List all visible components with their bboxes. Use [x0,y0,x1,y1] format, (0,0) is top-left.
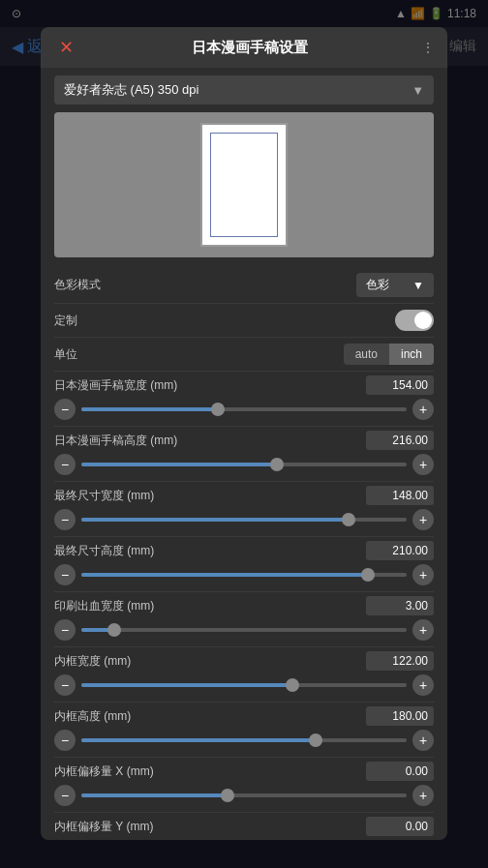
color-mode-select[interactable]: 色彩 ▼ [356,273,434,297]
header-actions: ⋮ [422,41,434,54]
inner-width-row: 内框宽度 (mm) − + [54,647,434,703]
final-width-thumb[interactable] [342,513,355,526]
final-height-input[interactable] [366,541,434,560]
final-height-increase[interactable]: + [412,564,434,585]
manga-height-slider-controls: − + [54,454,434,475]
page-preview [200,123,288,247]
manga-width-decrease[interactable]: − [54,399,76,420]
bleed-row: 印刷出血宽度 (mm) − + [54,592,434,647]
final-height-decrease[interactable]: − [54,564,76,585]
color-mode-value: 色彩 [366,277,389,293]
manga-width-slider-controls: − + [54,399,434,420]
bleed-thumb[interactable] [107,623,121,637]
preset-select[interactable]: 爱好者杂志 (A5) 350 dpi ▼ [54,75,434,105]
bleed-label: 印刷出血宽度 (mm) [54,598,366,614]
manga-width-increase[interactable]: + [412,399,434,420]
final-height-label-row: 最终尺寸高度 (mm) [54,541,434,560]
more-icon[interactable]: ⋮ [422,41,434,54]
manga-width-label-row: 日本漫画手稿宽度 (mm) [54,375,434,395]
unit-selector: auto inch [344,344,434,365]
bleed-input[interactable] [366,596,434,615]
offset-y-label-row: 内框偏移量 Y (mm) [54,817,434,836]
unit-row: 单位 auto inch [54,338,434,372]
dialog: ✕ 日本漫画手稿设置 ⋮ 爱好者杂志 (A5) 350 dpi ▼ 色彩模式 [41,27,447,840]
final-width-fill [81,518,349,522]
offset-x-increase[interactable]: + [412,785,434,806]
bleed-decrease[interactable]: − [54,619,76,641]
inner-width-increase[interactable]: + [412,674,434,696]
final-height-row: 最终尺寸高度 (mm) − + [54,537,434,592]
inner-height-track[interactable] [81,738,407,742]
offset-x-label-row: 内框偏移量 X (mm) [54,762,434,781]
offset-x-thumb[interactable] [221,789,234,802]
manga-width-track[interactable] [81,407,407,411]
unit-inch-button[interactable]: inch [389,344,434,365]
manga-width-thumb[interactable] [211,403,225,416]
final-width-track[interactable] [81,518,407,522]
color-mode-arrow-icon: ▼ [412,279,424,292]
preset-row: 爱好者杂志 (A5) 350 dpi ▼ [41,68,447,112]
custom-row: 定制 [54,304,434,338]
inner-height-fill [81,738,316,742]
settings-body: 色彩模式 色彩 ▼ 定制 单位 auto inch [41,267,447,840]
final-height-thumb[interactable] [361,568,375,582]
inner-width-thumb[interactable] [286,678,299,692]
color-mode-label: 色彩模式 [54,277,356,293]
final-height-track[interactable] [81,573,407,577]
final-height-fill [81,573,368,577]
unit-auto-button[interactable]: auto [344,344,389,365]
custom-label: 定制 [54,313,395,329]
final-width-decrease[interactable]: − [54,509,76,530]
inner-height-label: 内框高度 (mm) [54,708,366,725]
inner-height-slider-controls: − + [54,730,434,751]
offset-x-slider-controls: − + [54,785,434,806]
manga-height-track[interactable] [81,463,407,466]
final-width-label: 最终尺寸宽度 (mm) [54,488,366,504]
inner-width-input[interactable] [366,651,434,671]
manga-height-label-row: 日本漫画手稿高度 (mm) [54,431,434,450]
inner-width-decrease[interactable]: − [54,674,76,696]
manga-height-thumb[interactable] [270,458,284,471]
color-mode-row: 色彩模式 色彩 ▼ [54,267,434,304]
offset-x-row: 内框偏移量 X (mm) − + [54,758,434,813]
inner-height-decrease[interactable]: − [54,730,76,751]
unit-label: 单位 [54,346,344,363]
offset-y-row: 内框偏移量 Y (mm) − + [54,813,434,840]
manga-width-row: 日本漫画手稿宽度 (mm) − + [54,372,434,427]
inner-height-thumb[interactable] [309,733,322,747]
inner-height-label-row: 内框高度 (mm) [54,706,434,726]
manga-height-fill [81,463,277,466]
offset-x-label: 内框偏移量 X (mm) [54,763,366,780]
offset-x-input[interactable] [366,762,434,781]
manga-width-label: 日本漫画手稿宽度 (mm) [54,377,366,394]
toggle-knob [414,312,432,329]
offset-x-decrease[interactable]: − [54,785,76,806]
final-width-increase[interactable]: + [412,509,434,530]
final-height-slider-controls: − + [54,564,434,585]
offset-y-label: 内框偏移量 Y (mm) [54,819,366,835]
bleed-increase[interactable]: + [412,619,434,641]
offset-y-input[interactable] [366,817,434,836]
manga-height-input[interactable] [366,431,434,450]
modal-overlay: ✕ 日本漫画手稿设置 ⋮ 爱好者杂志 (A5) 350 dpi ▼ 色彩模式 [0,0,488,868]
manga-width-input[interactable] [366,375,434,395]
inner-height-increase[interactable]: + [412,730,434,751]
final-height-label: 最终尺寸高度 (mm) [54,543,366,559]
manga-height-label: 日本漫画手稿高度 (mm) [54,433,366,449]
manga-height-increase[interactable]: + [412,454,434,475]
offset-x-track[interactable] [81,793,407,797]
manga-height-row: 日本漫画手稿高度 (mm) − + [54,427,434,482]
close-button[interactable]: ✕ [54,37,77,58]
final-width-input[interactable] [366,486,434,505]
inner-height-row: 内框高度 (mm) − + [54,703,434,758]
bleed-track[interactable] [81,628,407,632]
bleed-slider-controls: − + [54,619,434,641]
manga-height-decrease[interactable]: − [54,454,76,475]
manga-width-fill [81,407,218,411]
inner-width-track[interactable] [81,683,407,687]
dialog-title: 日本漫画手稿设置 [77,39,422,57]
preset-value: 爱好者杂志 (A5) 350 dpi [64,81,198,99]
inner-height-input[interactable] [366,706,434,726]
final-width-slider-controls: − + [54,509,434,530]
custom-toggle[interactable] [395,310,434,331]
